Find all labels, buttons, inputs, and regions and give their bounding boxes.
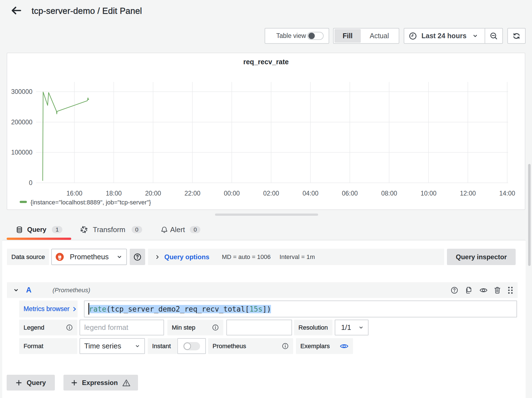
query-options-link[interactable]: Query options xyxy=(164,253,209,261)
promql-range-token: 15s xyxy=(249,305,262,313)
instant-switch[interactable] xyxy=(183,342,200,350)
x-axis-label: 02:00 xyxy=(263,190,279,197)
switch-knob xyxy=(308,33,315,39)
drag-handle-icon[interactable] xyxy=(508,286,513,294)
promql-query-input[interactable]: rate(tcp_server_demo2_req_recv_total[15s… xyxy=(84,301,517,317)
prometheus-type-field-label: Prometheus xyxy=(208,338,293,354)
series-line xyxy=(43,92,89,181)
query-help-icon[interactable] xyxy=(451,286,458,294)
y-axis-label: 0 xyxy=(29,179,32,186)
chevron-down-icon xyxy=(135,343,140,349)
table-view-label: Table view xyxy=(276,32,306,40)
warning-triangle-icon xyxy=(122,379,131,387)
query-inspector-button[interactable]: Query inspector xyxy=(447,249,516,265)
switch-knob xyxy=(184,343,191,350)
legend-label-text: Legend xyxy=(24,324,44,331)
promql-bracket-token: [ xyxy=(245,305,250,313)
text-caret xyxy=(88,303,89,315)
interval-stat: Interval = 1m xyxy=(280,253,315,261)
bell-icon xyxy=(161,226,168,233)
x-axis-label: 14:00 xyxy=(499,190,515,197)
refresh-button[interactable] xyxy=(507,28,526,44)
legend-format-placeholder: legend format xyxy=(84,323,128,332)
fill-actual-radio-group: Fill Actual xyxy=(333,28,399,44)
x-axis-label: 12:00 xyxy=(460,190,476,197)
delete-query-icon[interactable] xyxy=(494,286,501,294)
exemplars-eye-icon[interactable] xyxy=(340,343,349,350)
metrics-browser-toggle[interactable]: Metrics browser xyxy=(19,301,78,317)
time-picker-button[interactable]: Last 24 hours xyxy=(404,29,485,43)
info-circle-icon[interactable] xyxy=(212,324,219,331)
min-step-label-text: Min step xyxy=(172,324,195,331)
add-query-button[interactable]: Query xyxy=(7,375,55,391)
y-axis-label: 200000 xyxy=(11,119,32,126)
format-field-label: Format xyxy=(19,338,77,354)
plus-icon xyxy=(16,379,22,386)
chevron-right-icon xyxy=(72,306,77,312)
page-title: tcp-server-demo / Edit Panel xyxy=(32,6,142,16)
editor-tabs: Query 1 Transform 0 Alert 0 xyxy=(0,222,532,240)
y-axis-label: 300000 xyxy=(11,88,32,95)
x-axis-label: 00:00 xyxy=(224,190,240,197)
fill-option[interactable]: Fill xyxy=(334,29,361,43)
tab-query-count: 1 xyxy=(52,226,62,233)
tab-transform[interactable]: Transform 0 xyxy=(71,222,150,238)
exemplars-field-label: Exemplars xyxy=(296,338,353,354)
legend-format-input[interactable]: legend format xyxy=(80,320,164,335)
x-axis-label: 20:00 xyxy=(145,190,161,197)
min-step-field-label: Min step xyxy=(167,320,223,335)
grafana-edit-panel-page: { "header": { "title": "tcp-server-demo … xyxy=(0,0,532,398)
datasource-picker[interactable]: Prometheus xyxy=(51,249,127,265)
min-step-input[interactable] xyxy=(226,320,292,335)
tab-query-label: Query xyxy=(27,226,46,233)
datasource-help-button[interactable] xyxy=(130,249,145,265)
query-row-header[interactable]: A (Prometheus) xyxy=(7,282,518,298)
format-select[interactable]: Time series xyxy=(80,338,145,354)
question-circle-icon xyxy=(133,253,142,261)
datasource-picker-value: Prometheus xyxy=(70,253,109,261)
chevron-down-icon xyxy=(358,325,364,330)
collapse-chevron-icon[interactable] xyxy=(13,287,19,293)
resolution-value: 1/1 xyxy=(341,323,351,332)
zoom-out-button[interactable] xyxy=(485,29,502,43)
chevron-down-icon xyxy=(116,254,122,260)
transform-icon xyxy=(80,226,88,233)
tab-query[interactable]: Query 1 xyxy=(7,222,71,238)
promql-metric-token: tcp_server_demo2_req_recv_total xyxy=(111,305,245,313)
refresh-icon xyxy=(512,31,521,41)
chart-title: req_recv_rate xyxy=(243,58,289,66)
x-axis-label: 04:00 xyxy=(303,190,319,197)
back-button[interactable] xyxy=(11,4,23,17)
legend-series-label: {instance="localhost:8889", job="tcp-ser… xyxy=(30,199,151,206)
prometheus-type-label-text: Prometheus xyxy=(213,343,246,350)
toggle-visibility-icon[interactable] xyxy=(479,286,488,294)
format-value: Time series xyxy=(84,342,121,350)
database-icon xyxy=(16,226,23,233)
actual-option[interactable]: Actual xyxy=(361,29,398,43)
promql-paren-token: ( xyxy=(106,305,111,313)
resolution-select[interactable]: 1/1 xyxy=(335,320,369,335)
add-expression-button[interactable]: Expression xyxy=(63,375,138,391)
table-view-switch[interactable] xyxy=(307,32,324,40)
promql-paren-token: ) xyxy=(267,305,271,313)
info-circle-icon[interactable] xyxy=(282,343,289,350)
exemplars-label-text: Exemplars xyxy=(300,343,330,350)
table-view-toggle-group[interactable]: Table view xyxy=(265,28,329,44)
info-circle-icon[interactable] xyxy=(66,324,73,331)
promql-function-token: rate xyxy=(89,305,106,313)
chevron-right-icon xyxy=(155,254,160,260)
pane-resize-handle[interactable] xyxy=(215,214,318,216)
x-axis-label: 16:00 xyxy=(66,190,83,197)
duplicate-query-icon[interactable] xyxy=(465,286,473,294)
tab-transform-label: Transform xyxy=(93,225,126,234)
resolution-field-label: Resolution xyxy=(294,320,332,335)
tab-alert[interactable]: Alert 0 xyxy=(152,222,210,238)
arrow-left-icon xyxy=(11,5,22,16)
time-series-chart[interactable]: req_recv_rate16:0018:0020:0022:0000:0002… xyxy=(7,53,525,209)
legend-field-label: Legend xyxy=(19,320,77,335)
x-axis-label: 08:00 xyxy=(381,190,397,197)
scrollbar-thumb[interactable] xyxy=(528,164,531,266)
legend-swatch xyxy=(20,201,27,203)
clock-icon xyxy=(409,32,417,40)
query-ref-id: A xyxy=(26,286,32,294)
